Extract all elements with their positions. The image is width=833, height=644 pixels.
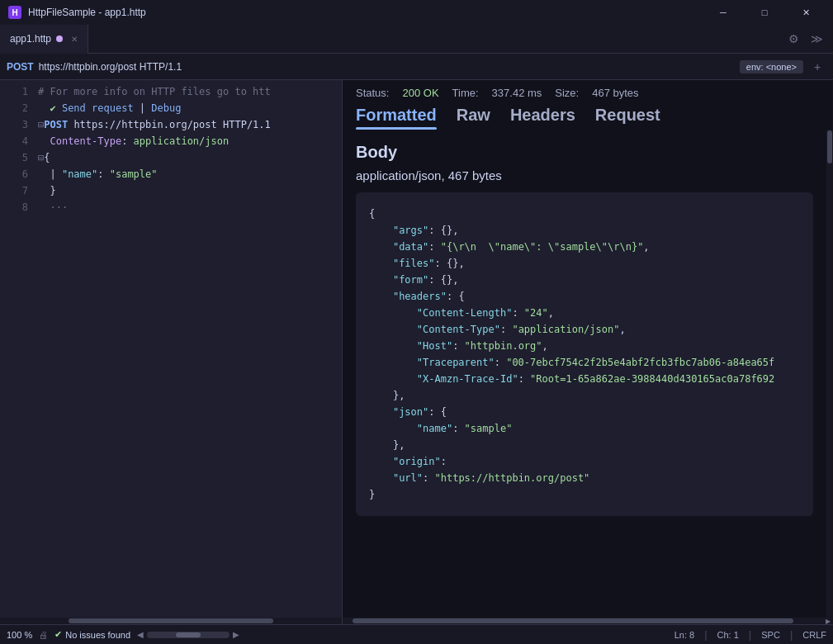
code-line-4: Content-Type: application/json xyxy=(38,133,338,149)
line-num-2: 2 xyxy=(0,100,28,116)
tab-bar: app1.http ✕ ⚙ ≫ xyxy=(0,25,833,54)
response-status-bar: Status: 200 OK Time: 337.42 ms Size: 467… xyxy=(343,80,833,106)
editor-area[interactable]: 1 2 3 4 5 6 7 8 # For more info on HTTP … xyxy=(0,80,342,618)
line-ending-info: CRLF xyxy=(802,630,826,640)
line-num-6: 6 xyxy=(0,166,28,182)
line-info: Ln: 8 xyxy=(674,630,694,640)
editor-scrollbar[interactable] xyxy=(0,618,342,624)
code-line-2: ✔ Send request | Debug xyxy=(38,100,338,116)
line-num-1: 1 xyxy=(0,83,28,100)
tab-headers[interactable]: Headers xyxy=(510,106,575,130)
encoding-info: SPC xyxy=(761,630,780,640)
status-bar: 100 % 🖨 ✔ No issues found ◀ ▶ Ln: 8 | Ch… xyxy=(0,624,833,644)
request-url: https://httpbin.org/post HTTP/1.1 xyxy=(39,61,735,73)
tab-bar-actions: ⚙ ≫ xyxy=(783,29,833,49)
request-method: POST xyxy=(7,61,34,73)
code-content[interactable]: # For more info on HTTP files go to htt … xyxy=(33,80,342,618)
json-block: { "args": {}, "data": "{\r\n \"name\": \… xyxy=(356,192,813,516)
response-panel: Status: 200 OK Time: 337.42 ms Size: 467… xyxy=(343,80,833,624)
code-line-1: # For more info on HTTP files go to htt xyxy=(38,83,338,100)
time-label: Time: xyxy=(452,87,479,99)
main-content: 1 2 3 4 5 6 7 8 # For more info on HTTP … xyxy=(0,80,833,624)
body-subheading: application/json, 467 bytes xyxy=(356,168,813,182)
bottom-scrollbar-area: ◀ ▶ xyxy=(137,630,239,639)
size-value: 467 bytes xyxy=(592,87,638,99)
scroll-right-icon[interactable]: ▶ xyxy=(233,630,239,639)
env-selector[interactable]: env: <none> xyxy=(740,60,803,73)
line-num-5: 5 xyxy=(0,149,28,166)
tab-app1-http[interactable]: app1.http ✕ xyxy=(0,25,88,54)
code-line-3: ⊟POST https://httpbin.org/post HTTP/1.1 xyxy=(38,116,338,133)
line-num-7: 7 xyxy=(0,182,28,199)
response-tabs: Formatted Raw Headers Request xyxy=(343,106,833,130)
issues-badge: ✔ No issues found xyxy=(54,629,130,640)
body-heading: Body xyxy=(356,143,813,162)
title-bar-text: HttpFileSample - app1.http xyxy=(28,7,698,18)
size-label: Size: xyxy=(555,87,579,99)
code-line-7: | "name": "sample" xyxy=(38,166,338,182)
title-bar: H HttpFileSample - app1.http ─ □ ✕ xyxy=(0,0,833,25)
close-button[interactable]: ✕ xyxy=(787,0,825,25)
editor-scrollbar-thumb xyxy=(69,618,273,623)
code-line-6: ⊟{ xyxy=(38,149,338,166)
response-body[interactable]: Body application/json, 467 bytes { "args… xyxy=(343,130,826,618)
tab-close-icon[interactable]: ✕ xyxy=(71,35,78,44)
response-hscrollbar-thumb xyxy=(353,618,794,623)
line-numbers: 1 2 3 4 5 6 7 8 xyxy=(0,80,33,618)
line-num-3: 3 xyxy=(0,116,28,133)
window-controls: ─ □ ✕ xyxy=(704,0,825,25)
response-hscrollbar[interactable]: ▶ xyxy=(343,618,833,624)
request-bar: POST https://httpbin.org/post HTTP/1.1 e… xyxy=(0,54,833,80)
tab-label: app1.http xyxy=(10,33,51,45)
code-line-8: } xyxy=(38,182,338,199)
response-hscrollbar-arrow[interactable]: ▶ xyxy=(823,618,833,624)
scroll-track[interactable] xyxy=(147,632,230,638)
editor-panel: 1 2 3 4 5 6 7 8 # For more info on HTTP … xyxy=(0,80,343,624)
response-vscroll-thumb xyxy=(827,130,832,163)
response-vscroll[interactable] xyxy=(826,130,833,618)
code-line-9: ··· xyxy=(38,199,338,215)
status-label: Status: xyxy=(356,87,389,99)
maximize-button[interactable]: □ xyxy=(745,0,783,25)
line-num-8: 8 xyxy=(0,199,28,215)
editor-lines: 1 2 3 4 5 6 7 8 # For more info on HTTP … xyxy=(0,80,342,618)
status-bar-right: Ln: 8 | Ch: 1 | SPC | CRLF xyxy=(674,628,826,641)
status-icon[interactable]: 🖨 xyxy=(39,630,48,640)
scroll-left-icon[interactable]: ◀ xyxy=(137,630,144,639)
zoom-level[interactable]: 100 % xyxy=(7,630,32,640)
tab-overflow-icon[interactable]: ≫ xyxy=(807,29,826,49)
add-request-button[interactable]: + xyxy=(808,58,826,76)
scroll-thumb xyxy=(176,632,201,637)
tab-settings-icon[interactable]: ⚙ xyxy=(783,29,803,49)
status-code: 200 OK xyxy=(402,87,438,99)
tab-raw[interactable]: Raw xyxy=(457,106,490,130)
app-icon: H xyxy=(8,6,21,19)
col-info: Ch: 1 xyxy=(717,630,739,640)
status-bar-left: 100 % 🖨 ✔ No issues found ◀ ▶ xyxy=(7,629,665,640)
line-num-4: 4 xyxy=(0,133,28,149)
response-main: Body application/json, 467 bytes { "args… xyxy=(343,130,833,618)
tab-modified-dot xyxy=(56,36,63,42)
issues-text: No issues found xyxy=(65,630,130,640)
issues-check-icon: ✔ xyxy=(54,629,62,640)
time-value: 337.42 ms xyxy=(492,87,542,99)
minimize-button[interactable]: ─ xyxy=(704,0,742,25)
tab-request[interactable]: Request xyxy=(595,106,660,130)
tab-formatted[interactable]: Formatted xyxy=(356,106,437,130)
